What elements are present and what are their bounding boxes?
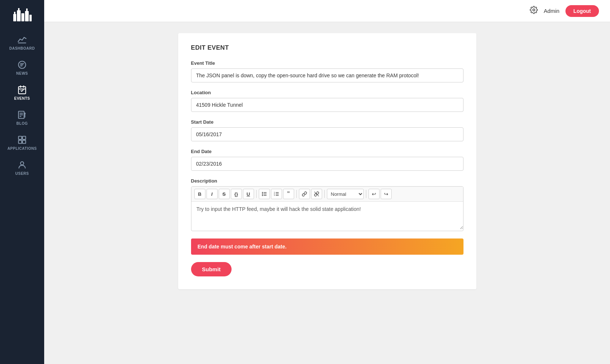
event-title-group: Event Title (191, 60, 463, 82)
description-group: Description B I S {} U 1.2.3. (191, 178, 463, 231)
numbered-list-button[interactable]: 1.2.3. (271, 189, 282, 199)
bullet-list-button[interactable] (259, 189, 270, 199)
undo-button[interactable]: ↩ (369, 189, 380, 199)
sidebar-item-users[interactable]: USERS (0, 155, 44, 180)
description-editor: B I S {} U 1.2.3. " (191, 186, 463, 231)
end-date-group: End Date (191, 149, 463, 171)
sidebar-item-label-users: USERS (15, 172, 29, 176)
unlink-button[interactable] (311, 189, 322, 199)
sidebar-item-label-events: EVENTS (14, 96, 30, 100)
gear-icon[interactable] (530, 6, 538, 16)
sidebar-item-dashboard[interactable]: DASHBOARD (0, 30, 44, 55)
svg-rect-10 (18, 86, 26, 94)
bold-button[interactable]: B (194, 189, 205, 199)
svg-point-30 (262, 195, 263, 196)
svg-rect-23 (22, 140, 26, 144)
content-area: EDIT EVENT Event Title Location Start Da… (44, 22, 610, 364)
sidebar-item-label-applications: APPLICATIONS (7, 146, 37, 151)
svg-rect-21 (18, 140, 22, 144)
description-toolbar: B I S {} U 1.2.3. " (191, 187, 463, 202)
submit-button[interactable]: Submit (191, 262, 232, 276)
svg-rect-3 (18, 8, 20, 10)
svg-point-24 (21, 162, 24, 165)
link-button[interactable] (299, 189, 310, 199)
svg-point-28 (262, 194, 263, 195)
strikethrough-button[interactable]: S (219, 189, 230, 199)
description-textarea[interactable]: Try to input the HTTP feed, maybe it wil… (191, 202, 463, 229)
edit-event-card: EDIT EVENT Event Title Location Start Da… (178, 33, 476, 289)
event-title-input[interactable] (191, 68, 463, 82)
start-date-input[interactable] (191, 127, 463, 141)
sidebar-item-label-blog: BLOG (17, 121, 28, 126)
svg-rect-0 (13, 14, 16, 21)
location-input[interactable] (191, 98, 463, 112)
svg-rect-5 (25, 11, 29, 21)
location-group: Location (191, 90, 463, 112)
svg-point-26 (262, 192, 263, 193)
svg-point-25 (533, 9, 535, 11)
svg-rect-4 (21, 13, 24, 21)
quote-button[interactable]: " (283, 189, 294, 199)
events-icon (17, 85, 27, 95)
topbar-username: Admin (544, 8, 560, 14)
page-title: EDIT EVENT (191, 44, 463, 52)
main-area: Admin Logout EDIT EVENT Event Title Loca… (44, 0, 610, 364)
toolbar-separator-1 (256, 190, 257, 198)
start-date-group: Start Date (191, 119, 463, 141)
italic-button[interactable]: I (207, 189, 218, 199)
topbar: Admin Logout (44, 0, 610, 22)
news-icon (17, 60, 27, 70)
svg-rect-7 (29, 15, 32, 21)
applications-icon (17, 135, 27, 145)
format-select[interactable]: Normal H1 H2 H3 (327, 189, 364, 199)
description-label: Description (191, 178, 463, 184)
svg-text:3.: 3. (274, 194, 275, 196)
sidebar-item-label-dashboard: DASHBOARD (9, 46, 35, 50)
sidebar-item-label-news: NEWS (16, 71, 28, 75)
sidebar-item-news[interactable]: NEWS (0, 55, 44, 80)
toolbar-separator-4 (366, 190, 366, 198)
code-button[interactable]: {} (231, 189, 242, 199)
chart-icon (17, 35, 27, 45)
svg-rect-22 (22, 136, 26, 139)
svg-rect-1 (14, 12, 15, 14)
svg-rect-20 (18, 136, 22, 139)
end-date-input[interactable] (191, 157, 463, 171)
blog-icon (17, 110, 27, 120)
underline-button[interactable]: U (243, 189, 254, 199)
error-message: End date must come after start date. (198, 244, 287, 250)
toolbar-separator-3 (324, 190, 325, 198)
logout-button[interactable]: Logout (565, 5, 599, 17)
error-banner: End date must come after start date. (191, 238, 463, 255)
sidebar-logo (0, 0, 44, 30)
sidebar-item-events[interactable]: EVENTS (0, 80, 44, 105)
sidebar: DASHBOARD NEWS EVENTS BLOG (0, 0, 44, 364)
users-icon (17, 160, 27, 170)
end-date-label: End Date (191, 149, 463, 154)
sidebar-item-applications[interactable]: APPLICATIONS (0, 130, 44, 155)
redo-button[interactable]: ↪ (381, 189, 392, 199)
svg-rect-6 (26, 8, 28, 11)
toolbar-separator-2 (296, 190, 297, 198)
location-label: Location (191, 90, 463, 95)
svg-rect-2 (17, 10, 21, 21)
start-date-label: Start Date (191, 119, 463, 125)
sidebar-item-blog[interactable]: BLOG (0, 105, 44, 130)
sidebar-nav: DASHBOARD NEWS EVENTS BLOG (0, 30, 44, 180)
event-title-label: Event Title (191, 60, 463, 66)
